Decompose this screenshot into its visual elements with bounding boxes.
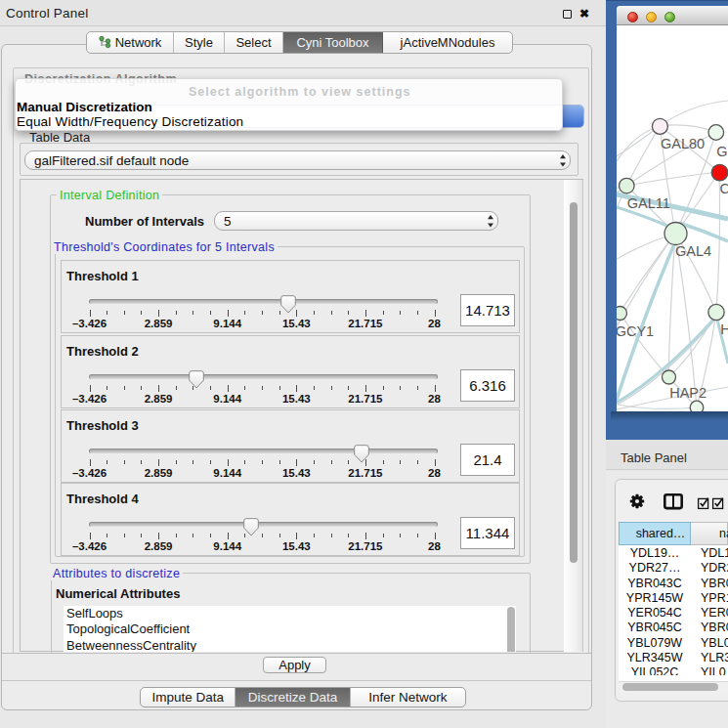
svg-text:G.: G. <box>716 144 728 159</box>
svg-text:GAL4: GAL4 <box>675 243 711 259</box>
svg-text:GAL11: GAL11 <box>627 195 670 211</box>
svg-text:GCY1: GCY1 <box>617 323 654 339</box>
svg-text:C: C <box>720 181 728 196</box>
svg-text:HAP2: HAP2 <box>669 385 707 401</box>
svg-text:GAL80: GAL80 <box>661 136 705 151</box>
svg-text:H: H <box>720 321 728 337</box>
